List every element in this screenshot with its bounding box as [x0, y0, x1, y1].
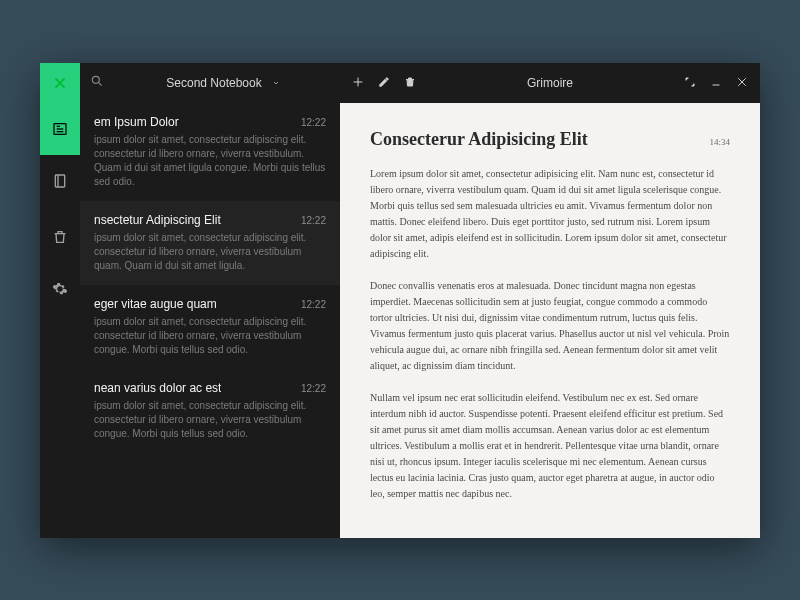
- editor-paragraph: Donec convallis venenatis eros at malesu…: [370, 278, 730, 374]
- document-title: Grimoire: [432, 76, 668, 90]
- edit-icon[interactable]: [378, 74, 390, 92]
- note-time: 12:22: [301, 299, 326, 310]
- delete-icon[interactable]: [404, 74, 416, 92]
- note-item[interactable]: nean varius dolor ac est 12:22 ipsum dol…: [80, 369, 340, 453]
- note-item[interactable]: em Ipsum Dolor 12:22 ipsum dolor sit ame…: [80, 103, 340, 201]
- editor-paragraph: Lorem ipsum dolor sit amet, consectetur …: [370, 166, 730, 262]
- svg-point-8: [92, 76, 99, 83]
- close-icon[interactable]: [736, 74, 748, 92]
- nav-notebooks[interactable]: [40, 155, 80, 207]
- note-excerpt: ipsum dolor sit amet, consectetur adipis…: [94, 315, 326, 357]
- notebook-name: Second Notebook: [166, 76, 261, 90]
- note-list-header: Second Notebook: [80, 63, 340, 103]
- note-title: nsectetur Adipiscing Elit: [94, 213, 221, 227]
- icon-rail: [40, 63, 80, 538]
- close-app-button[interactable]: [40, 63, 80, 103]
- new-note-button[interactable]: [352, 74, 364, 92]
- note-item[interactable]: nsectetur Adipiscing Elit 12:22 ipsum do…: [80, 201, 340, 285]
- note-excerpt: ipsum dolor sit amet, consectetur adipis…: [94, 231, 326, 273]
- note-excerpt: ipsum dolor sit amet, consectetur adipis…: [94, 133, 326, 189]
- note-title: em Ipsum Dolor: [94, 115, 179, 129]
- editor-time: 14:34: [709, 137, 730, 147]
- editor-paragraph: Nullam vel ipsum nec erat sollicitudin e…: [370, 390, 730, 502]
- editor-title: Consecterur Adipisicing Elit: [370, 129, 588, 150]
- note-time: 12:22: [301, 383, 326, 394]
- editor-panel: Grimoire Consecterur Adipisicing Elit 14…: [340, 63, 760, 538]
- editor-body[interactable]: Consecterur Adipisicing Elit 14:34 Lorem…: [340, 103, 760, 538]
- nav-settings[interactable]: [40, 263, 80, 315]
- minimize-icon[interactable]: [710, 74, 722, 92]
- chevron-down-icon: [272, 76, 280, 90]
- nav-notes[interactable]: [40, 103, 80, 155]
- note-list: em Ipsum Dolor 12:22 ipsum dolor sit ame…: [80, 103, 340, 538]
- svg-rect-6: [55, 175, 64, 187]
- note-time: 12:22: [301, 215, 326, 226]
- fullscreen-icon[interactable]: [684, 74, 696, 92]
- nav-trash[interactable]: [40, 211, 80, 263]
- note-excerpt: ipsum dolor sit amet, consectetur adipis…: [94, 399, 326, 441]
- note-title: nean varius dolor ac est: [94, 381, 221, 395]
- note-list-panel: Second Notebook em Ipsum Dolor 12:22 ips…: [80, 63, 340, 538]
- note-title: eger vitae augue quam: [94, 297, 217, 311]
- note-item[interactable]: eger vitae augue quam 12:22 ipsum dolor …: [80, 285, 340, 369]
- editor-toolbar: Grimoire: [340, 63, 760, 103]
- app-window: Second Notebook em Ipsum Dolor 12:22 ips…: [40, 63, 760, 538]
- notebook-selector[interactable]: Second Notebook: [116, 76, 330, 90]
- note-time: 12:22: [301, 117, 326, 128]
- svg-line-9: [98, 82, 101, 85]
- search-icon[interactable]: [90, 74, 104, 92]
